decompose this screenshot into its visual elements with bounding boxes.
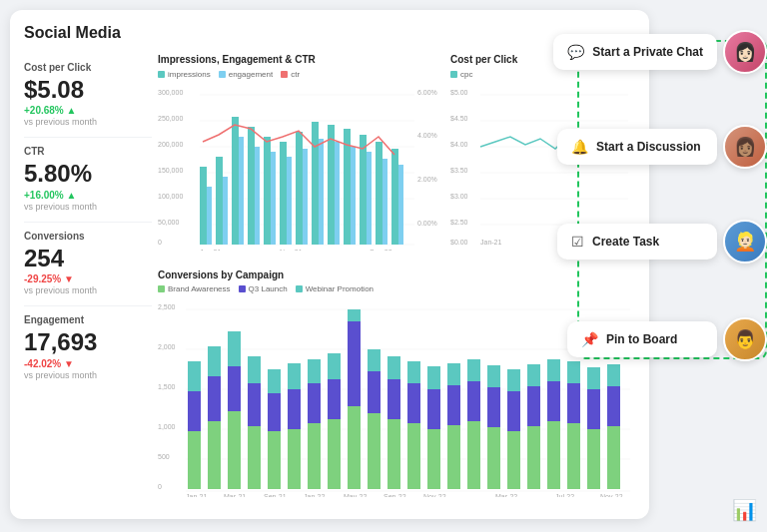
svg-text:$4.50: $4.50 bbox=[450, 115, 468, 122]
legend-cpc: cpc bbox=[450, 70, 472, 79]
metric-value: 5.80% bbox=[24, 161, 152, 187]
impressions-legend: impressions engagement ctr bbox=[158, 70, 447, 79]
svg-text:250,000: 250,000 bbox=[158, 115, 183, 122]
action-label-task: Create Task bbox=[592, 235, 659, 249]
metric-change: +16.00% ▲ bbox=[24, 190, 152, 201]
svg-rect-126 bbox=[527, 386, 540, 426]
svg-rect-121 bbox=[487, 365, 500, 387]
svg-text:Jan-21: Jan-21 bbox=[480, 239, 502, 246]
metric-label: CTR bbox=[24, 146, 152, 157]
svg-text:$3.00: $3.00 bbox=[450, 193, 468, 200]
action-item-pin: 📌 Pin to Board 👨 bbox=[567, 317, 767, 361]
svg-rect-83 bbox=[248, 426, 261, 489]
action-card-pin[interactable]: 📌 Pin to Board bbox=[567, 321, 717, 357]
legend-dot-cpc bbox=[450, 71, 457, 78]
action-label-chat: Start a Private Chat bbox=[592, 45, 703, 59]
svg-text:4.00%: 4.00% bbox=[417, 132, 437, 139]
svg-rect-33 bbox=[319, 139, 324, 245]
pin-icon: 📌 bbox=[581, 331, 598, 347]
svg-text:Jan-22: Jan-22 bbox=[304, 493, 326, 497]
action-card-discussion[interactable]: 🔔 Start a Discussion bbox=[557, 129, 717, 165]
svg-rect-127 bbox=[527, 364, 540, 386]
svg-rect-107 bbox=[407, 423, 420, 489]
svg-rect-25 bbox=[255, 147, 260, 245]
svg-rect-38 bbox=[360, 135, 367, 245]
svg-rect-39 bbox=[367, 152, 372, 245]
svg-rect-79 bbox=[208, 346, 221, 376]
dashboard-card: Social Media Cost per Click $5.08 +20.68… bbox=[10, 10, 649, 519]
page-title: Social Media bbox=[24, 24, 635, 42]
metric-vs: vs previous month bbox=[24, 285, 152, 295]
metric-block: Cost per Click $5.08 +20.68% ▲ vs previo… bbox=[24, 54, 152, 138]
svg-text:Sep-22: Sep-22 bbox=[384, 493, 406, 497]
legend-dot-webinar bbox=[296, 285, 303, 292]
metric-value: 254 bbox=[24, 246, 152, 271]
impressions-chart: Impressions, Engagement & CTR impression… bbox=[158, 54, 447, 264]
action-item-chat: 💬 Start a Private Chat 👩🏻 bbox=[553, 30, 767, 74]
svg-rect-125 bbox=[527, 426, 540, 489]
avatar-1: 👩🏻 bbox=[723, 30, 767, 74]
conversions-chart: Conversions by Campaign Brand Awareness … bbox=[158, 269, 635, 509]
svg-text:6.00%: 6.00% bbox=[417, 89, 437, 96]
svg-rect-18 bbox=[200, 167, 207, 245]
svg-text:May-22: May-22 bbox=[344, 493, 367, 497]
svg-rect-74 bbox=[188, 431, 201, 489]
svg-rect-85 bbox=[248, 356, 261, 383]
chat-icon: 💬 bbox=[567, 44, 584, 60]
action-panel: 💬 Start a Private Chat 👩🏻 🔔 Start a Disc… bbox=[567, 10, 767, 519]
legend-dot-impressions bbox=[158, 71, 165, 78]
svg-rect-86 bbox=[268, 431, 281, 489]
outer-wrapper: Social Media Cost per Click $5.08 +20.68… bbox=[0, 0, 767, 532]
svg-rect-80 bbox=[228, 411, 241, 489]
svg-rect-43 bbox=[398, 165, 403, 245]
action-card-chat[interactable]: 💬 Start a Private Chat bbox=[553, 34, 717, 70]
svg-text:0.00%: 0.00% bbox=[417, 220, 437, 227]
svg-rect-40 bbox=[376, 142, 383, 245]
svg-rect-30 bbox=[296, 132, 303, 245]
metric-label: Conversions bbox=[24, 231, 152, 242]
svg-rect-130 bbox=[547, 359, 560, 381]
bar-chart-icon[interactable]: 📊 bbox=[732, 498, 757, 522]
action-item-task: ☑ Create Task 👱🏻 bbox=[557, 220, 767, 264]
metric-value: 17,693 bbox=[24, 329, 152, 355]
svg-text:0: 0 bbox=[158, 483, 162, 490]
svg-rect-37 bbox=[351, 147, 356, 245]
svg-rect-76 bbox=[188, 361, 201, 391]
svg-rect-110 bbox=[427, 429, 440, 489]
legend-webinar: Webinar Promotion bbox=[296, 284, 374, 293]
svg-text:2,500: 2,500 bbox=[158, 303, 176, 310]
svg-text:1,500: 1,500 bbox=[158, 383, 176, 390]
svg-rect-92 bbox=[308, 423, 321, 489]
task-icon: ☑ bbox=[571, 234, 584, 250]
conversions-svg: 2,500 2,000 1,500 1,000 500 0 bbox=[158, 297, 635, 497]
svg-rect-42 bbox=[391, 149, 398, 245]
legend-dot-ctr bbox=[281, 71, 288, 78]
impressions-chart-title: Impressions, Engagement & CTR bbox=[158, 54, 447, 65]
svg-rect-124 bbox=[507, 369, 520, 391]
metric-vs: vs previous month bbox=[24, 370, 152, 380]
svg-rect-105 bbox=[387, 379, 400, 419]
legend-dot-brand bbox=[158, 285, 165, 292]
svg-rect-102 bbox=[368, 371, 381, 413]
svg-rect-29 bbox=[287, 157, 292, 245]
svg-rect-27 bbox=[271, 152, 276, 245]
svg-text:1,000: 1,000 bbox=[158, 423, 176, 430]
svg-rect-34 bbox=[328, 125, 335, 245]
svg-rect-108 bbox=[407, 383, 420, 423]
discussion-icon: 🔔 bbox=[571, 139, 588, 155]
svg-rect-75 bbox=[188, 391, 201, 431]
svg-rect-115 bbox=[447, 363, 460, 385]
svg-rect-20 bbox=[216, 157, 223, 245]
svg-rect-104 bbox=[387, 419, 400, 489]
svg-rect-84 bbox=[248, 383, 261, 426]
svg-rect-81 bbox=[228, 366, 241, 411]
svg-rect-128 bbox=[547, 421, 560, 489]
avatar-2: 👩🏽 bbox=[723, 125, 767, 169]
action-card-task[interactable]: ☑ Create Task bbox=[557, 224, 717, 260]
conversions-chart-title: Conversions by Campaign bbox=[158, 269, 635, 280]
svg-text:100,000: 100,000 bbox=[158, 193, 183, 200]
legend-engagement: engagement bbox=[219, 70, 273, 79]
svg-rect-122 bbox=[507, 431, 520, 489]
legend-dot-engagement bbox=[219, 71, 226, 78]
svg-text:2,000: 2,000 bbox=[158, 343, 176, 350]
